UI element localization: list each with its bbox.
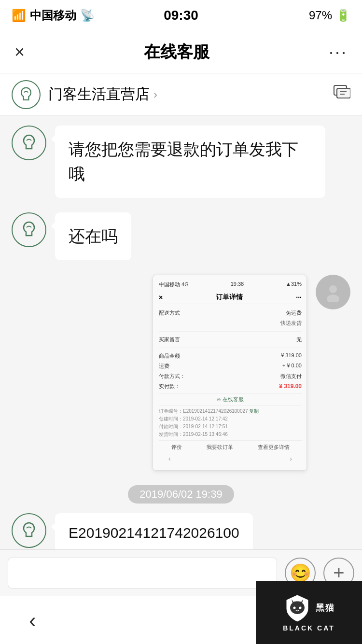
shipping-row: 运费 + ¥ 0.00 xyxy=(159,361,302,371)
order-screenshot-content: 中国移动 4G 19:38 ▲31% × 订单详情 ··· 配送方式 免运费 快… xyxy=(153,275,307,470)
delivery-sub-value: 快递发货 xyxy=(280,320,302,327)
create-time: 创建时间：2019-02-14 12:17:42 xyxy=(159,415,302,423)
pay-method-label: 付款方式： xyxy=(159,373,185,380)
user-avatar xyxy=(316,275,350,309)
store-name-wrap: 门客生活直营店 › xyxy=(48,84,157,104)
blackcat-english-label: BLACK CAT xyxy=(283,624,335,632)
order-id-text: E20190214121742026100 xyxy=(69,525,239,541)
shop-avatar-2 xyxy=(12,212,46,247)
actual-pay-row: 实付款： ¥ 319.00 xyxy=(159,381,302,392)
screenshot-nav: × 订单详情 ··· xyxy=(159,291,302,304)
page-title: 在线客服 xyxy=(144,41,209,63)
store-header[interactable]: 门客生活直营店 › xyxy=(0,73,362,116)
shop-avatar-1 xyxy=(12,126,46,160)
back-button[interactable]: ‹ xyxy=(29,608,36,632)
goods-amount-label: 商品金额 xyxy=(159,352,180,360)
plus-icon: + xyxy=(333,562,344,584)
status-right: 97% 🔋 xyxy=(309,9,350,22)
ship-time: 发货时间：2019-02-15 13:46:46 xyxy=(159,431,302,438)
screenshot-nav-btns: ‹ › xyxy=(159,453,302,464)
order-meta: 订单编号：E20190214121742026100027 复制 创建时间：20… xyxy=(159,407,302,438)
chat-list-icon[interactable] xyxy=(333,84,350,105)
carrier-label: 中国移动 xyxy=(30,8,76,23)
actual-pay-label: 实付款： xyxy=(159,383,180,390)
ss-title: 订单详情 xyxy=(216,293,243,302)
message-bubble-2: 还在吗 xyxy=(55,212,131,260)
order-actions: 评价 我要砍订单 查看更多详情 xyxy=(159,440,302,451)
blackcat-watermark: 黑猫 BLACK CAT xyxy=(256,581,362,644)
screenshot-statusbar: 中国移动 4G 19:38 ▲31% xyxy=(159,281,302,288)
message-text-1: 请您把您需要退款的订单发我下哦 xyxy=(69,140,298,183)
message-row-4: E20190214121742026100 xyxy=(12,513,350,553)
shipping-value: + ¥ 0.00 xyxy=(282,363,302,370)
actual-pay-value: ¥ 319.00 xyxy=(279,383,302,390)
goods-amount-value: ¥ 319.00 xyxy=(281,352,302,360)
blackcat-chinese-label: 黑猫 xyxy=(316,602,335,614)
order-id-message: E20190214121742026100 xyxy=(55,513,253,553)
ss-close: × xyxy=(159,294,163,301)
message-row-2: 还在吗 xyxy=(12,212,350,260)
pay-method-row: 付款方式： 微信支付 xyxy=(159,371,302,381)
action-cancel: 我要砍订单 xyxy=(207,444,233,451)
emoji-icon: 😊 xyxy=(290,563,311,583)
battery-icon: 🔋 xyxy=(336,9,350,22)
goods-amount-row: 商品金额 ¥ 319.00 xyxy=(159,351,302,361)
message-bubble-1: 请您把您需要退款的订单发我下哦 xyxy=(55,126,325,198)
nav-next-icon: › xyxy=(290,455,292,462)
store-logo xyxy=(12,80,41,109)
message-row-3: 中国移动 4G 19:38 ▲31% × 订单详情 ··· 配送方式 免运费 快… xyxy=(12,275,350,471)
shipping-label: 运费 xyxy=(159,363,169,370)
pay-time: 付款时间：2019-02-14 12:17:51 xyxy=(159,423,302,431)
ss-more: ··· xyxy=(296,294,302,301)
svg-point-6 xyxy=(293,607,296,609)
status-left: 📶 中国移动 📡 xyxy=(12,8,95,23)
action-detail: 查看更多详情 xyxy=(258,444,290,451)
delivery-sub-row: 快递发货 xyxy=(159,318,302,328)
blackcat-logo: 黑猫 xyxy=(283,593,335,622)
nav-bar: × 在线客服 ··· xyxy=(0,31,362,73)
status-bar: 📶 中国移动 📡 09:30 97% 🔋 xyxy=(0,0,362,31)
store-arrow-icon: › xyxy=(153,88,157,101)
buyer-note-label: 买家留言 xyxy=(159,336,180,343)
buyer-note-value: 无 xyxy=(296,336,302,343)
svg-point-7 xyxy=(299,607,302,609)
delivery-value: 免运费 xyxy=(286,309,302,317)
signal-icon: 📶 xyxy=(12,9,26,22)
store-name: 门客生活直营店 xyxy=(48,84,150,104)
nav-prev-icon: ‹ xyxy=(168,455,171,462)
svg-point-4 xyxy=(329,285,337,293)
buyer-note-row: 买家留言 无 xyxy=(159,335,302,345)
more-button[interactable]: ··· xyxy=(329,42,348,62)
svg-rect-1 xyxy=(337,88,350,98)
pay-method-value: 微信支付 xyxy=(280,373,302,380)
wifi-icon: 📡 xyxy=(80,9,95,22)
battery-label: 97% xyxy=(309,9,332,22)
order-screenshot-image: 中国移动 4G 19:38 ▲31% × 订单详情 ··· 配送方式 免运费 快… xyxy=(153,275,307,471)
chat-area: 请您把您需要退款的订单发我下哦 还在吗 中国移动 4G 19:38 ▲31% xyxy=(0,116,362,577)
timestamp-divider: 2019/06/02 19:39 xyxy=(12,485,350,504)
message-input[interactable] xyxy=(8,558,277,588)
message-row-1: 请您把您需要退款的订单发我下哦 xyxy=(12,126,350,198)
ss-battery: ▲31% xyxy=(286,281,302,288)
action-review: 评价 xyxy=(171,444,182,451)
timestamp-badge: 2019/06/02 19:39 xyxy=(128,485,234,504)
store-info: 门客生活直营店 › xyxy=(12,80,157,109)
ss-time: 19:38 xyxy=(231,281,244,288)
delivery-label: 配送方式 xyxy=(159,309,180,317)
close-button[interactable]: × xyxy=(14,42,25,62)
order-id-meta: 订单编号：E20190214121742026100027 复制 xyxy=(159,407,302,415)
delivery-row: 配送方式 免运费 xyxy=(159,308,302,318)
status-time: 09:30 xyxy=(164,8,198,23)
ss-carrier: 中国移动 4G xyxy=(159,281,189,288)
message-text-2: 还在吗 xyxy=(69,227,118,245)
shop-avatar-4 xyxy=(12,513,46,548)
online-service-btn: ⊙ 在线客服 xyxy=(159,393,302,406)
svg-point-5 xyxy=(327,294,339,302)
